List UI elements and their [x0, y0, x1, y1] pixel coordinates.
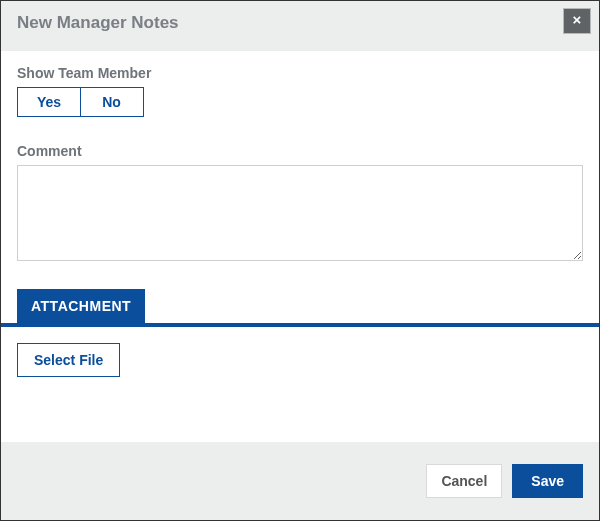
- comment-textarea[interactable]: [17, 165, 583, 261]
- show-team-member-toggle: Yes No: [17, 87, 583, 117]
- new-manager-notes-dialog: New Manager Notes × Show Team Member Yes…: [0, 0, 600, 521]
- save-button[interactable]: Save: [512, 464, 583, 498]
- select-file-button[interactable]: Select File: [17, 343, 120, 377]
- close-icon: ×: [573, 11, 582, 28]
- attachment-section: ATTACHMENT Select File: [1, 289, 599, 393]
- dialog-title: New Manager Notes: [17, 13, 583, 33]
- toggle-no-button[interactable]: No: [80, 87, 144, 117]
- close-button[interactable]: ×: [563, 8, 591, 34]
- attachment-tab[interactable]: ATTACHMENT: [17, 289, 145, 324]
- spacer: [1, 393, 599, 442]
- attachment-content: Select File: [1, 327, 599, 393]
- dialog-footer: Cancel Save: [1, 442, 599, 520]
- comment-label: Comment: [17, 143, 583, 159]
- toggle-yes-button[interactable]: Yes: [17, 87, 81, 117]
- show-team-member-label: Show Team Member: [17, 65, 583, 81]
- dialog-body: Show Team Member Yes No Comment: [1, 51, 599, 289]
- cancel-button[interactable]: Cancel: [426, 464, 502, 498]
- dialog-header: New Manager Notes ×: [1, 1, 599, 51]
